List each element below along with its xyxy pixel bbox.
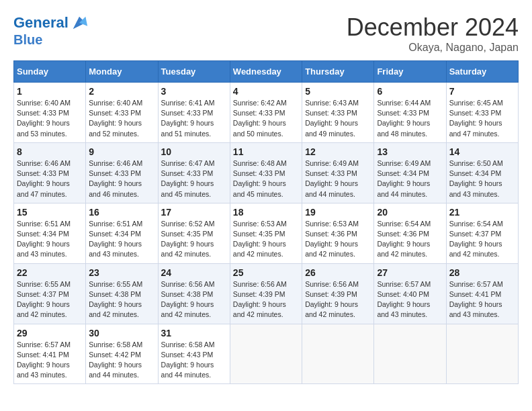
day-number: 19 (305, 207, 371, 218)
day-info: Sunrise: 6:45 AMSunset: 4:33 PMDaylight:… (449, 99, 503, 138)
day-number: 8 (17, 146, 83, 157)
calendar-cell: 14 Sunrise: 6:50 AMSunset: 4:34 PMDaylig… (446, 142, 518, 203)
calendar-week-3: 15 Sunrise: 6:51 AMSunset: 4:34 PMDaylig… (14, 203, 519, 263)
day-number: 7 (449, 86, 515, 97)
page-header: General Blue December 2024 Okaya, Nagano… (13, 13, 519, 54)
calendar-cell: 4 Sunrise: 6:42 AMSunset: 4:33 PMDayligh… (230, 83, 302, 143)
day-info: Sunrise: 6:57 AMSunset: 4:40 PMDaylight:… (377, 280, 431, 319)
day-info: Sunrise: 6:41 AMSunset: 4:33 PMDaylight:… (161, 99, 215, 138)
day-info: Sunrise: 6:57 AMSunset: 4:41 PMDaylight:… (17, 340, 71, 379)
day-info: Sunrise: 6:48 AMSunset: 4:33 PMDaylight:… (233, 159, 287, 198)
calendar-cell: 2 Sunrise: 6:40 AMSunset: 4:33 PMDayligh… (86, 83, 158, 143)
calendar-cell: 21 Sunrise: 6:54 AMSunset: 4:37 PMDaylig… (446, 203, 518, 263)
day-number: 17 (161, 207, 227, 218)
calendar-cell (230, 324, 302, 384)
calendar-cell (302, 324, 374, 384)
calendar-cell: 16 Sunrise: 6:51 AMSunset: 4:34 PMDaylig… (86, 203, 158, 263)
calendar-cell: 19 Sunrise: 6:53 AMSunset: 4:36 PMDaylig… (302, 203, 374, 263)
day-number: 15 (17, 207, 83, 218)
day-number: 11 (233, 146, 299, 157)
calendar-cell: 13 Sunrise: 6:49 AMSunset: 4:34 PMDaylig… (374, 142, 446, 203)
day-number: 24 (161, 267, 227, 278)
day-number: 10 (161, 146, 227, 157)
col-tuesday: Tuesday (158, 61, 230, 83)
calendar-week-4: 22 Sunrise: 6:55 AMSunset: 4:37 PMDaylig… (14, 263, 519, 324)
day-info: Sunrise: 6:49 AMSunset: 4:33 PMDaylight:… (305, 159, 359, 198)
day-number: 20 (377, 207, 443, 218)
calendar-week-5: 29 Sunrise: 6:57 AMSunset: 4:41 PMDaylig… (14, 324, 519, 384)
calendar-cell: 23 Sunrise: 6:55 AMSunset: 4:38 PMDaylig… (86, 263, 158, 324)
month-title: December 2024 (347, 13, 519, 42)
day-number: 5 (305, 86, 371, 97)
day-number: 3 (161, 86, 227, 97)
calendar-cell: 7 Sunrise: 6:45 AMSunset: 4:33 PMDayligh… (446, 83, 518, 143)
calendar-cell: 8 Sunrise: 6:46 AMSunset: 4:33 PMDayligh… (14, 142, 86, 203)
calendar-cell: 25 Sunrise: 6:56 AMSunset: 4:39 PMDaylig… (230, 263, 302, 324)
day-number: 26 (305, 267, 371, 278)
calendar-cell: 17 Sunrise: 6:52 AMSunset: 4:35 PMDaylig… (158, 203, 230, 263)
calendar-cell: 15 Sunrise: 6:51 AMSunset: 4:34 PMDaylig… (14, 203, 86, 263)
day-info: Sunrise: 6:56 AMSunset: 4:39 PMDaylight:… (233, 280, 287, 319)
calendar-cell: 11 Sunrise: 6:48 AMSunset: 4:33 PMDaylig… (230, 142, 302, 203)
day-number: 9 (89, 146, 154, 157)
day-info: Sunrise: 6:40 AMSunset: 4:33 PMDaylight:… (89, 99, 142, 138)
title-block: December 2024 Okaya, Nagano, Japan (347, 13, 519, 54)
col-saturday: Saturday (446, 61, 518, 83)
day-info: Sunrise: 6:44 AMSunset: 4:33 PMDaylight:… (377, 99, 431, 138)
day-number: 23 (89, 267, 154, 278)
col-wednesday: Wednesday (230, 61, 302, 83)
day-number: 30 (89, 328, 154, 338)
day-number: 29 (17, 328, 83, 338)
calendar-cell: 22 Sunrise: 6:55 AMSunset: 4:37 PMDaylig… (14, 263, 86, 324)
day-info: Sunrise: 6:40 AMSunset: 4:33 PMDaylight:… (17, 99, 71, 138)
day-info: Sunrise: 6:43 AMSunset: 4:33 PMDaylight:… (305, 99, 359, 138)
day-info: Sunrise: 6:50 AMSunset: 4:34 PMDaylight:… (449, 159, 503, 198)
col-friday: Friday (374, 61, 446, 83)
day-number: 12 (305, 146, 371, 157)
location: Okaya, Nagano, Japan (347, 42, 519, 54)
day-info: Sunrise: 6:51 AMSunset: 4:34 PMDaylight:… (17, 220, 71, 259)
col-sunday: Sunday (14, 61, 86, 83)
day-number: 27 (377, 267, 443, 278)
day-info: Sunrise: 6:58 AMSunset: 4:42 PMDaylight:… (89, 340, 142, 379)
calendar-week-2: 8 Sunrise: 6:46 AMSunset: 4:33 PMDayligh… (14, 142, 519, 203)
calendar-cell: 9 Sunrise: 6:46 AMSunset: 4:33 PMDayligh… (86, 142, 158, 203)
calendar-cell: 28 Sunrise: 6:57 AMSunset: 4:41 PMDaylig… (446, 263, 518, 324)
calendar-cell: 5 Sunrise: 6:43 AMSunset: 4:33 PMDayligh… (302, 83, 374, 143)
day-number: 31 (161, 328, 227, 338)
calendar-cell: 26 Sunrise: 6:56 AMSunset: 4:39 PMDaylig… (302, 263, 374, 324)
calendar-cell: 31 Sunrise: 6:58 AMSunset: 4:43 PMDaylig… (158, 324, 230, 384)
day-info: Sunrise: 6:49 AMSunset: 4:34 PMDaylight:… (377, 159, 431, 198)
day-number: 16 (89, 207, 154, 218)
calendar-cell (446, 324, 518, 384)
calendar-cell: 24 Sunrise: 6:56 AMSunset: 4:38 PMDaylig… (158, 263, 230, 324)
calendar-cell: 6 Sunrise: 6:44 AMSunset: 4:33 PMDayligh… (374, 83, 446, 143)
day-info: Sunrise: 6:55 AMSunset: 4:37 PMDaylight:… (17, 280, 71, 319)
calendar-table: Sunday Monday Tuesday Wednesday Thursday… (13, 60, 519, 384)
calendar-week-1: 1 Sunrise: 6:40 AMSunset: 4:33 PMDayligh… (14, 83, 519, 143)
calendar-cell: 3 Sunrise: 6:41 AMSunset: 4:33 PMDayligh… (158, 83, 230, 143)
day-info: Sunrise: 6:56 AMSunset: 4:39 PMDaylight:… (305, 280, 359, 319)
day-info: Sunrise: 6:42 AMSunset: 4:33 PMDaylight:… (233, 99, 287, 138)
day-info: Sunrise: 6:53 AMSunset: 4:36 PMDaylight:… (305, 220, 359, 259)
day-info: Sunrise: 6:56 AMSunset: 4:38 PMDaylight:… (161, 280, 215, 319)
day-info: Sunrise: 6:54 AMSunset: 4:36 PMDaylight:… (377, 220, 431, 259)
day-number: 21 (449, 207, 515, 218)
day-info: Sunrise: 6:58 AMSunset: 4:43 PMDaylight:… (161, 340, 215, 379)
logo: General Blue (13, 13, 89, 47)
day-info: Sunrise: 6:51 AMSunset: 4:34 PMDaylight:… (89, 220, 142, 259)
col-thursday: Thursday (302, 61, 374, 83)
day-info: Sunrise: 6:46 AMSunset: 4:33 PMDaylight:… (89, 159, 142, 198)
day-number: 6 (377, 86, 443, 97)
calendar-cell: 20 Sunrise: 6:54 AMSunset: 4:36 PMDaylig… (374, 203, 446, 263)
day-info: Sunrise: 6:54 AMSunset: 4:37 PMDaylight:… (449, 220, 503, 259)
calendar-cell (374, 324, 446, 384)
day-number: 1 (17, 86, 83, 97)
logo-icon (70, 13, 89, 32)
day-info: Sunrise: 6:53 AMSunset: 4:35 PMDaylight:… (233, 220, 287, 259)
calendar-cell: 29 Sunrise: 6:57 AMSunset: 4:41 PMDaylig… (14, 324, 86, 384)
calendar-cell: 18 Sunrise: 6:53 AMSunset: 4:35 PMDaylig… (230, 203, 302, 263)
day-number: 25 (233, 267, 299, 278)
calendar-cell: 27 Sunrise: 6:57 AMSunset: 4:40 PMDaylig… (374, 263, 446, 324)
day-number: 13 (377, 146, 443, 157)
